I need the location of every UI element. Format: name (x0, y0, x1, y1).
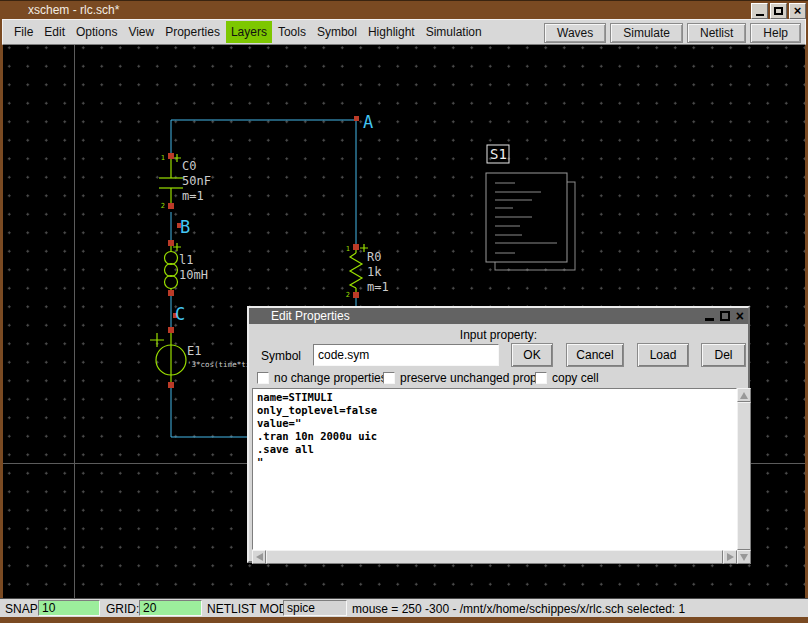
menu-tools[interactable]: Tools (273, 21, 311, 43)
pin-square (168, 327, 174, 333)
symbol-label: Symbol (261, 349, 301, 363)
no-change-properties-checkbox[interactable] (257, 372, 269, 384)
statusbar-info: mouse = 250 -300 - /mnt/x/home/schippes/… (352, 602, 685, 616)
pin-square (353, 292, 359, 298)
waves-button[interactable]: Waves (544, 23, 606, 43)
dialog-title: Edit Properties (271, 309, 350, 323)
menubar: File Edit Options View Properties Layers… (2, 19, 806, 45)
resistor-mult: m=1 (367, 280, 389, 294)
horizontal-scroll-thumb[interactable] (266, 550, 723, 564)
scroll-right-icon[interactable] (723, 550, 737, 564)
statusbar: SNAP: GRID: NETLIST MODE: mouse = 250 -3… (0, 598, 808, 617)
copy-cell-checkbox[interactable] (535, 372, 547, 384)
pin-number: 1 (346, 245, 350, 253)
property-textarea[interactable]: name=STIMULI only_toplevel=false value="… (252, 388, 737, 550)
pin-number: 2 (161, 202, 165, 210)
netlist-button[interactable]: Netlist (687, 23, 746, 43)
vertical-scroll-thumb[interactable] (737, 402, 751, 550)
close-icon: × (794, 6, 802, 16)
dialog-titlebar[interactable]: Edit Properties × (249, 308, 748, 324)
dialog-maximize-icon[interactable] (720, 311, 730, 321)
load-button[interactable]: Load (637, 343, 689, 367)
maximize-icon (774, 7, 783, 15)
menu-simulation[interactable]: Simulation (421, 21, 487, 43)
grid-input[interactable] (139, 600, 202, 616)
window-title: xschem - rlc.sch* (28, 3, 119, 17)
pin-square (353, 244, 359, 250)
del-button[interactable]: Del (701, 343, 746, 367)
pin-square (168, 382, 174, 388)
menu-options[interactable]: Options (71, 21, 122, 43)
minimize-icon (756, 14, 764, 16)
resistor-value: 1k (367, 265, 382, 279)
no-change-properties-label: no change properties (274, 371, 387, 385)
source-value: '3*cos(time*ti (187, 360, 250, 369)
vertical-scrollbar[interactable] (737, 388, 751, 550)
component-inductor[interactable]: l1 10mH (165, 240, 208, 296)
capacitor-name: C0 (182, 159, 196, 173)
close-button[interactable]: × (789, 3, 806, 19)
menu-symbol[interactable]: Symbol (312, 21, 362, 43)
ok-button[interactable]: OK (511, 343, 553, 367)
component-source[interactable]: E1 '3*cos(time*ti (150, 327, 250, 388)
scroll-left-icon[interactable] (252, 550, 266, 564)
menu-highlight[interactable]: Highlight (363, 21, 420, 43)
xschem-window: xschem - rlc.sch* × File Edit Options Vi… (0, 0, 808, 623)
net-label-c[interactable]: C (175, 304, 185, 324)
dialog-close-icon[interactable]: × (736, 310, 744, 322)
edit-properties-dialog: Edit Properties × Input property: Symbol… (247, 306, 750, 563)
pin-square (168, 240, 174, 246)
component-code-block[interactable]: S1 (486, 145, 575, 270)
cancel-button[interactable]: Cancel (566, 343, 624, 367)
pin-square (168, 290, 174, 296)
pin-square (168, 153, 174, 159)
horizontal-scrollbar[interactable] (252, 550, 737, 564)
netlist-mode-input[interactable] (283, 600, 347, 616)
component-resistor[interactable]: 1 2 R0 1k m=1 (346, 244, 389, 299)
net-labels: A B C (173, 112, 373, 324)
snap-input[interactable] (38, 600, 100, 616)
dialog-subtitle: Input property: (249, 328, 748, 342)
copy-cell-label: copy cell (552, 371, 599, 385)
maximize-button[interactable] (770, 3, 787, 19)
simulate-button[interactable]: Simulate (610, 23, 683, 43)
net-label-a[interactable]: A (363, 112, 373, 132)
code-block-name: S1 (490, 146, 507, 162)
menu-edit[interactable]: Edit (39, 21, 70, 43)
help-button[interactable]: Help (750, 23, 801, 43)
window-titlebar[interactable]: xschem - rlc.sch* (0, 0, 808, 19)
capacitor-mult: m=1 (182, 189, 204, 203)
source-name: E1 (187, 344, 201, 358)
property-text: name=STIMULI only_toplevel=false value="… (253, 389, 736, 471)
pin-number: 1 (161, 154, 165, 162)
inductor-value: 10mH (179, 268, 208, 282)
preserve-unchanged-props-label: preserve unchanged props (400, 371, 543, 385)
component-capacitor[interactable]: 1 2 C0 50nF m=1 (159, 153, 211, 210)
preserve-unchanged-props-checkbox[interactable] (383, 372, 395, 384)
grid-label: GRID: (106, 602, 139, 616)
menu-file[interactable]: File (9, 21, 38, 43)
symbol-input[interactable] (313, 344, 499, 366)
scroll-up-icon[interactable] (737, 388, 751, 402)
dialog-minimize-icon[interactable] (705, 318, 714, 321)
resistor-name: R0 (367, 250, 381, 264)
menu-view[interactable]: View (123, 21, 159, 43)
net-label-b[interactable]: B (180, 217, 190, 237)
pin-square (168, 203, 174, 209)
menu-layers[interactable]: Layers (226, 21, 272, 43)
scroll-down-icon[interactable] (737, 550, 751, 564)
inductor-name: l1 (179, 253, 193, 267)
pin-number: 2 (346, 291, 350, 299)
schematic-canvas[interactable]: 1 2 C0 50nF m=1 l1 10mH (3, 45, 805, 598)
label-pin-mark (354, 116, 359, 121)
menu-properties[interactable]: Properties (160, 21, 225, 43)
capacitor-value: 50nF (182, 174, 211, 188)
minimize-button[interactable] (751, 3, 768, 19)
snap-label: SNAP: (5, 602, 41, 616)
